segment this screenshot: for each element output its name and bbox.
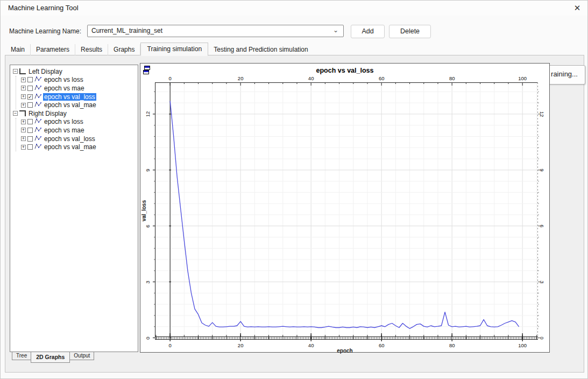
bottom-tab-2d-graphs[interactable]: 2D Graphs [31, 352, 70, 363]
tree-item-row[interactable]: +epoch vs val_mae [21, 143, 137, 151]
tree-item-row[interactable]: +epoch vs mae [21, 126, 137, 135]
tree-group-label: Left Display [27, 68, 63, 75]
bottom-tab-bar: Tree2D GraphsOutput [12, 352, 94, 363]
tree-item-label[interactable]: epoch vs val_loss [43, 135, 96, 143]
expand-toggle-icon[interactable]: + [21, 136, 26, 141]
plot-icon [34, 93, 41, 101]
expand-toggle-icon[interactable]: + [21, 103, 26, 108]
tree-item-row[interactable]: +epoch vs loss [21, 118, 137, 127]
x-tick-label-top: 40 [308, 75, 314, 81]
tab-main[interactable]: Main [5, 44, 31, 55]
tree-item-label[interactable]: epoch vs val_mae [43, 101, 97, 109]
x-tick-label-bottom: 0 [169, 342, 172, 348]
tree-children: +epoch vs loss+epoch vs mae+✓epoch vs va… [16, 76, 137, 109]
display-tree-panel: −Left Display+epoch vs loss+epoch vs mae… [10, 65, 138, 352]
y-tick-label-left: 3 [145, 280, 151, 283]
tree-item-row[interactable]: +epoch vs val_loss [21, 135, 137, 143]
plot-area [155, 82, 538, 340]
combo-value: Current_ML_training_set [91, 27, 162, 34]
bottom-tab-output[interactable]: Output [69, 352, 94, 360]
y-tick-label-right: 12 [539, 111, 545, 117]
item-checkbox[interactable] [27, 144, 33, 150]
expand-toggle-icon[interactable]: + [21, 120, 26, 124]
tree-group-row[interactable]: −Right Display [13, 109, 137, 118]
tree-item-row[interactable]: +epoch vs mae [21, 84, 137, 93]
x-tick-label-bottom: 60 [379, 342, 385, 348]
x-tick-label-top: 0 [169, 75, 172, 81]
y-axis-label: val_loss [141, 195, 147, 227]
close-icon[interactable]: ✕ [570, 2, 584, 14]
title-bar: Machine Learning Tool ✕ [1, 1, 587, 16]
y-tick-label-left: 0 [145, 336, 151, 339]
collapse-toggle-icon[interactable]: − [13, 69, 18, 74]
item-checkbox[interactable] [27, 128, 33, 133]
item-checkbox[interactable] [27, 77, 33, 82]
plot-icon [34, 101, 41, 109]
machine-learning-tool-window: Machine Learning Tool ✕ Machine Learning… [0, 0, 588, 379]
x-tick-label-bottom: 100 [518, 342, 527, 348]
tab-testing-and-prediction-simulation[interactable]: Testing and Prediction simulation [208, 44, 313, 55]
item-checkbox[interactable] [27, 86, 33, 91]
window-title: Machine Learning Tool [8, 4, 79, 12]
tab-graphs[interactable]: Graphs [108, 44, 140, 55]
x-tick-label-top: 80 [449, 75, 455, 81]
plot-icon [34, 85, 41, 92]
y-tick-label-left: 12 [145, 111, 151, 117]
expand-toggle-icon[interactable]: + [21, 78, 26, 82]
delete-button[interactable]: Delete [389, 25, 431, 38]
plot-icon [34, 118, 41, 125]
y-tick-label-right: 9 [539, 169, 545, 171]
right-axes-icon [19, 110, 26, 116]
x-tick-label-top: 100 [518, 75, 527, 81]
x-axis-tickband [155, 336, 538, 340]
tree-item-label[interactable]: epoch vs val_loss [43, 93, 96, 101]
ml-name-combobox[interactable]: Current_ML_training_set ⌄ [87, 25, 344, 37]
x-tick-label-bottom: 40 [308, 342, 314, 348]
add-button[interactable]: Add [351, 25, 385, 38]
item-checkbox[interactable]: ✓ [27, 94, 33, 100]
x-tick-label-bottom: 80 [449, 342, 455, 348]
y-tick-label-right: 6 [539, 224, 545, 227]
tree-item-row[interactable]: +✓epoch vs val_loss [21, 93, 137, 101]
plot-canvas[interactable] [155, 82, 538, 340]
y-tick-label-right: 3 [539, 280, 545, 283]
plot-icon [34, 143, 41, 151]
chart-title: epoch vs val_loss [140, 67, 549, 74]
item-checkbox[interactable] [27, 102, 33, 108]
tree-item-label[interactable]: epoch vs mae [43, 127, 86, 134]
expand-toggle-icon[interactable]: + [21, 145, 26, 150]
tree-item-label[interactable]: epoch vs val_mae [43, 143, 97, 151]
x-tick-label-bottom: 20 [238, 342, 244, 348]
tree-item-label[interactable]: epoch vs mae [43, 85, 86, 92]
left-axes-icon [19, 68, 26, 74]
expand-toggle-icon[interactable]: + [21, 94, 26, 99]
ml-name-label: Machine Learning Name: [9, 27, 81, 35]
y-tick-label-left: 9 [145, 169, 151, 171]
tree-item-row[interactable]: +epoch vs loss [21, 76, 137, 85]
tree-item-label[interactable]: epoch vs loss [43, 118, 84, 125]
y-tick-label-left: 6 [145, 224, 151, 227]
tab-training-simulation[interactable]: Training simulation [140, 43, 208, 56]
expand-toggle-icon[interactable]: + [21, 128, 26, 132]
expand-toggle-icon[interactable]: + [21, 86, 26, 90]
tab-parameters[interactable]: Parameters [31, 44, 75, 55]
bottom-tab-tree[interactable]: Tree [12, 352, 31, 360]
main-tab-bar: MainParametersResultsGraphsTraining simu… [5, 43, 314, 55]
tab-page: −Left Display+epoch vs loss+epoch vs mae… [5, 55, 584, 373]
chevron-down-icon[interactable]: ⌄ [333, 26, 338, 34]
item-checkbox[interactable] [27, 136, 33, 142]
tree-group-label: Right Display [27, 110, 68, 117]
tab-results[interactable]: Results [75, 44, 108, 55]
collapse-toggle-icon[interactable]: − [13, 111, 18, 116]
chart-panel: epoch vs val_loss epoch val_loss 0020204… [140, 63, 550, 353]
tree-item-row[interactable]: +epoch vs val_mae [21, 101, 137, 109]
plot-icon [34, 76, 41, 83]
item-checkbox[interactable] [27, 119, 33, 124]
x-axis-label: epoch [140, 348, 549, 354]
y-tick-label-right: 0 [539, 336, 545, 339]
tree-item-label[interactable]: epoch vs loss [43, 76, 84, 83]
x-tick-label-top: 60 [379, 75, 385, 81]
tree-group-row[interactable]: −Left Display [13, 67, 137, 76]
tree-children: +epoch vs loss+epoch vs mae+epoch vs val… [16, 118, 137, 151]
x-tick-label-top: 20 [238, 75, 244, 81]
